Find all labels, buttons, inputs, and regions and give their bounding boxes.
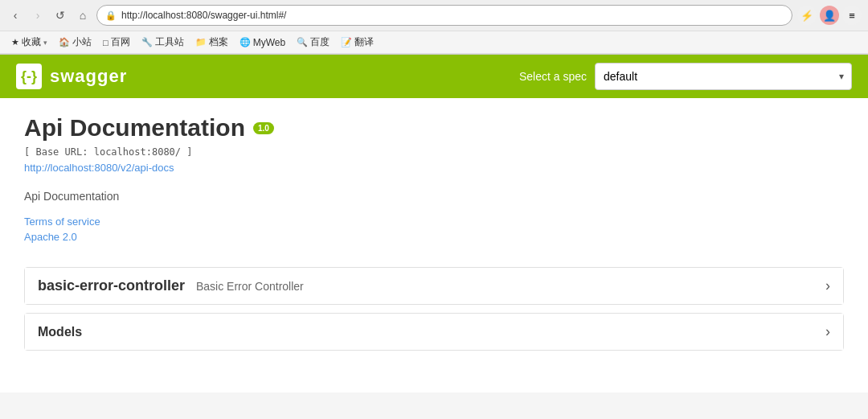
folder-icon: 📁 bbox=[195, 37, 207, 47]
bookmark-label: 收藏 bbox=[22, 35, 41, 49]
menu-button[interactable]: ≡ bbox=[842, 6, 862, 25]
swagger-header: {-} swagger Select a spec default ▾ bbox=[0, 55, 868, 98]
models-header[interactable]: Models › bbox=[25, 314, 843, 350]
browser-chrome: ‹ › ↺ ⌂ 🔒 http://localhost:8080/swagger-… bbox=[0, 0, 868, 55]
url-text: http://localhost:8080/swagger-ui.html#/ bbox=[121, 10, 286, 21]
controller-section: basic-error-controller Basic Error Contr… bbox=[24, 267, 844, 305]
page-icon: □ bbox=[103, 38, 108, 47]
home-button[interactable]: ⌂ bbox=[74, 6, 92, 24]
bookmark-label: 翻译 bbox=[354, 35, 374, 49]
forward-button[interactable]: › bbox=[29, 6, 47, 24]
spec-label: Select a spec bbox=[519, 70, 587, 83]
controller-title-group: basic-error-controller Basic Error Contr… bbox=[38, 277, 304, 294]
api-title-row: Api Documentation 1.0 bbox=[24, 114, 844, 142]
bookmark-xiaosite[interactable]: 🏠 小站 bbox=[54, 34, 96, 51]
site-icon: 🏠 bbox=[59, 37, 70, 47]
bookmark-baiwang[interactable]: □ 百网 bbox=[98, 34, 135, 51]
chevron-down-icon: ▾ bbox=[43, 39, 47, 47]
bookmark-myweb[interactable]: 🌐 MyWeb bbox=[235, 35, 290, 50]
baidu-icon: 🔍 bbox=[297, 37, 308, 47]
api-docs-link[interactable]: http://localhost:8080/v2/api-docs bbox=[24, 162, 174, 174]
bookmark-label: MyWeb bbox=[253, 37, 285, 48]
swagger-main-content: Api Documentation 1.0 [ Base URL: localh… bbox=[0, 98, 868, 367]
bookmark-baidu[interactable]: 🔍 百度 bbox=[292, 34, 334, 51]
bookmark-translate[interactable]: 📝 翻译 bbox=[336, 34, 379, 51]
bookmark-label: 档案 bbox=[209, 35, 228, 49]
models-section: Models › bbox=[24, 313, 844, 351]
terms-of-service-link[interactable]: Terms of service bbox=[24, 216, 844, 228]
license-link[interactable]: Apache 2.0 bbox=[24, 231, 844, 243]
bookmark-collections[interactable]: ★ 收藏 ▾ bbox=[6, 34, 52, 51]
extensions-button[interactable]: ⚡ bbox=[797, 6, 817, 25]
bracket-symbol: {-} bbox=[21, 68, 37, 85]
translate-icon: 📝 bbox=[341, 37, 352, 47]
lock-icon: 🔒 bbox=[105, 10, 117, 21]
bookmark-files[interactable]: 📁 档案 bbox=[190, 34, 233, 51]
api-title-section: Api Documentation 1.0 [ Base URL: localh… bbox=[24, 114, 844, 174]
bookmark-label: 百度 bbox=[310, 35, 330, 49]
controller-name: basic-error-controller bbox=[38, 277, 185, 294]
back-button[interactable]: ‹ bbox=[6, 6, 24, 24]
swagger-container: {-} swagger Select a spec default ▾ Api … bbox=[0, 55, 868, 392]
controller-header[interactable]: basic-error-controller Basic Error Contr… bbox=[25, 268, 843, 304]
models-chevron-icon: › bbox=[825, 323, 830, 340]
swagger-bracket-icon: {-} bbox=[16, 64, 42, 89]
controller-description: Basic Error Controller bbox=[196, 280, 304, 293]
swagger-logo: {-} swagger bbox=[16, 64, 127, 89]
reload-button[interactable]: ↺ bbox=[51, 6, 69, 24]
api-main-title: Api Documentation bbox=[24, 114, 245, 142]
web-icon: 🌐 bbox=[240, 37, 251, 47]
controller-chevron-icon: › bbox=[825, 277, 830, 294]
account-button[interactable]: 👤 bbox=[820, 6, 839, 25]
api-meta: Terms of service Apache 2.0 bbox=[24, 216, 844, 243]
bookmarks-bar: ★ 收藏 ▾ 🏠 小站 □ 百网 🔧 工具站 📁 档案 🌐 MyWeb 🔍 百度 bbox=[0, 31, 868, 54]
browser-actions: ⚡ 👤 ≡ bbox=[797, 6, 862, 25]
version-badge: 1.0 bbox=[253, 122, 274, 134]
address-bar[interactable]: 🔒 http://localhost:8080/swagger-ui.html#… bbox=[96, 5, 792, 26]
tools-icon: 🔧 bbox=[141, 37, 153, 47]
spec-dropdown-wrapper: default ▾ bbox=[595, 63, 852, 90]
bookmark-label: 百网 bbox=[111, 35, 130, 49]
star-icon: ★ bbox=[11, 37, 19, 47]
models-title: Models bbox=[38, 325, 82, 339]
bookmark-label: 工具站 bbox=[155, 35, 184, 49]
swagger-brand: swagger bbox=[50, 66, 127, 87]
spec-dropdown[interactable]: default bbox=[595, 63, 852, 90]
bookmark-label: 小站 bbox=[72, 35, 92, 49]
api-description: Api Documentation bbox=[24, 190, 844, 203]
base-url: [ Base URL: localhost:8080/ ] bbox=[24, 146, 844, 158]
bookmark-tools[interactable]: 🔧 工具站 bbox=[137, 34, 189, 51]
browser-toolbar: ‹ › ↺ ⌂ 🔒 http://localhost:8080/swagger-… bbox=[0, 0, 868, 31]
spec-selector: Select a spec default ▾ bbox=[519, 63, 852, 90]
